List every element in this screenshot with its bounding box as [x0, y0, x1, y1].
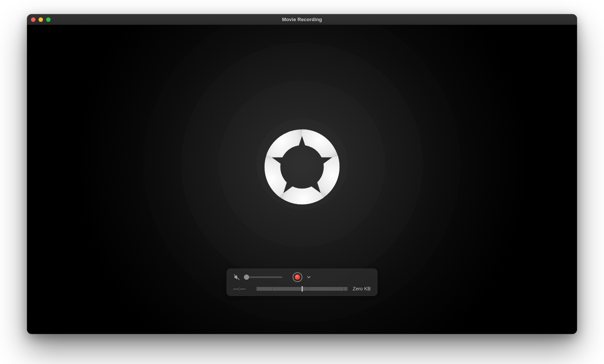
volume-slider-track [245, 277, 282, 278]
camera-placeholder-icon [262, 127, 342, 207]
window-title: Movie Recording [282, 17, 322, 22]
audio-level-meter [257, 286, 347, 292]
elapsed-time: ––:–– [233, 286, 251, 292]
recording-options-dropdown[interactable] [306, 275, 311, 280]
volume-muted-icon [233, 274, 240, 281]
window-minimize-button[interactable] [39, 17, 43, 22]
recording-controls-panel: ––:–– Zero KB [226, 268, 378, 296]
window-zoom-button[interactable] [46, 17, 51, 22]
record-button[interactable] [293, 272, 302, 282]
video-preview-area: ––:–– Zero KB [27, 25, 577, 334]
app-window: Movie Recording [27, 14, 577, 334]
window-close-button[interactable] [31, 17, 35, 22]
file-size: Zero KB [353, 286, 371, 292]
record-icon [295, 275, 300, 280]
titlebar[interactable]: Movie Recording [27, 14, 577, 25]
volume-slider[interactable] [245, 275, 282, 280]
volume-slider-thumb[interactable] [244, 275, 249, 280]
traffic-lights [31, 17, 51, 22]
